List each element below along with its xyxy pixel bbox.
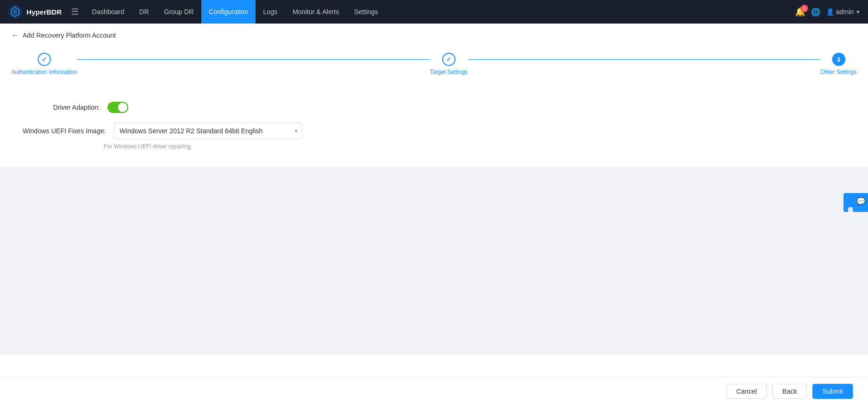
nav-settings[interactable]: Settings — [347, 0, 386, 24]
notification-button[interactable]: 🔔 0 — [795, 7, 805, 17]
notification-badge: 0 — [801, 5, 808, 12]
step-1-circle: ✓ — [38, 53, 51, 66]
driver-adaption-toggle[interactable] — [107, 102, 128, 113]
step-1: ✓ Authentication Information — [11, 53, 77, 75]
nav-configuration[interactable]: Configuration — [201, 0, 256, 24]
step-3: 3 Other Settings — [820, 53, 857, 75]
page-content: ← Add Recovery Platform Account ✓ Authen… — [0, 24, 868, 377]
nav-dr[interactable]: DR — [132, 0, 157, 24]
translate-button[interactable]: 🌐 — [811, 8, 820, 16]
driver-adaption-label: Driver Adaption: — [23, 104, 107, 111]
user-label: admin — [836, 8, 854, 16]
online-service-widget[interactable]: 💬 在线客服 — [843, 193, 868, 212]
steps-container: ✓ Authentication Information ✓ Target Se… — [11, 49, 857, 79]
brand-icon — [8, 4, 23, 19]
navbar: HyperBDR ☰ Dashboard DR Group DR Configu… — [0, 0, 868, 24]
step-1-label: Authentication Information — [11, 69, 77, 75]
user-menu-button[interactable]: 👤 admin ▼ — [826, 8, 860, 16]
step-connector-1 — [77, 59, 430, 60]
nav-monitor-alerts[interactable]: Monitor & Alerts — [285, 0, 347, 24]
step-2-circle: ✓ — [442, 53, 455, 66]
hamburger-button[interactable]: ☰ — [69, 7, 84, 17]
brand-label: HyperBDR — [26, 8, 62, 16]
online-service-icon: 💬 — [856, 197, 865, 206]
page-title: Add Recovery Platform Account — [23, 32, 116, 39]
nav-dashboard[interactable]: Dashboard — [84, 0, 132, 24]
toggle-thumb — [118, 103, 127, 112]
nav-group-dr[interactable]: Group DR — [157, 0, 201, 24]
navbar-right: 🔔 0 🌐 👤 admin ▼ — [795, 7, 860, 17]
uefi-fixes-select[interactable]: Windows Server 2012 R2 Standard 64bit En… — [114, 122, 302, 139]
nav-logs[interactable]: Logs — [256, 0, 285, 24]
step-2-label: Target Settings — [430, 69, 468, 75]
uefi-fixes-row: Windows UEFI Fixes Image: Windows Server… — [11, 122, 857, 139]
back-button[interactable]: Back — [772, 384, 807, 399]
page-footer: Cancel Back Submit — [0, 377, 868, 405]
submit-button[interactable]: Submit — [812, 384, 853, 399]
step-connector-2 — [468, 59, 820, 60]
step-3-label: Other Settings — [820, 69, 857, 75]
uefi-fixes-label: Windows UEFI Fixes Image: — [23, 127, 114, 135]
back-header: ← Add Recovery Platform Account — [11, 31, 857, 40]
uefi-hint: For Windows UEFI driver repairing. — [104, 143, 857, 150]
form-section: Driver Adaption: Windows UEFI Fixes Imag… — [11, 94, 857, 167]
back-arrow-button[interactable]: ← — [11, 31, 19, 40]
brand: HyperBDR — [8, 4, 62, 19]
uefi-select-wrapper: Windows Server 2012 R2 Standard 64bit En… — [114, 122, 302, 139]
toggle-track — [107, 102, 128, 113]
step-3-circle: 3 — [832, 53, 845, 66]
chevron-down-icon: ▼ — [856, 9, 860, 15]
user-icon: 👤 — [826, 8, 834, 16]
driver-adaption-row: Driver Adaption: — [11, 102, 857, 113]
cancel-button[interactable]: Cancel — [727, 384, 767, 399]
step-2: ✓ Target Settings — [430, 53, 468, 75]
gray-section — [0, 167, 868, 355]
